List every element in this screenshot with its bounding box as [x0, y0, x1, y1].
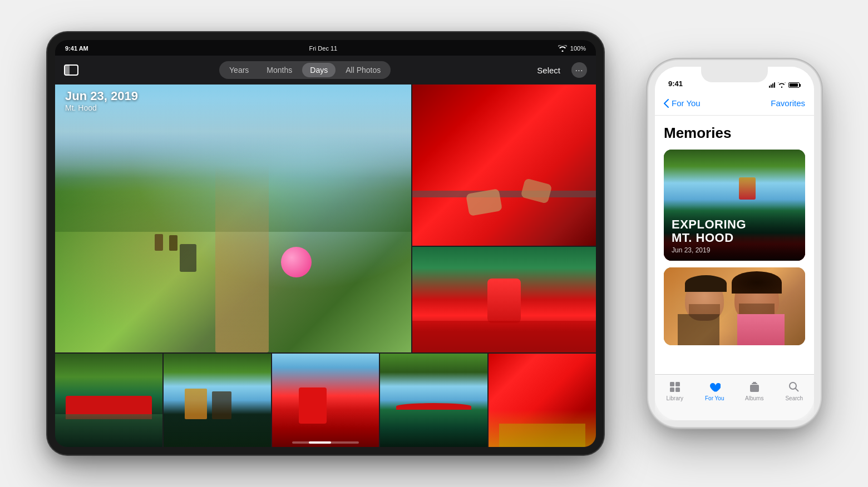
tab-library[interactable]: Library	[658, 380, 692, 401]
iphone-wifi-icon	[778, 82, 786, 88]
back-button[interactable]: For You	[664, 98, 701, 108]
photo-nature-trail[interactable]	[55, 85, 411, 352]
ipad-status-bar: 9:41 AM Fri Dec 11 100%	[55, 40, 596, 56]
memory-card-1[interactable]: EXPLORINGMT. HOOD Jun 23, 2019	[664, 150, 805, 261]
tab-search[interactable]: Search	[777, 380, 811, 401]
tab-for-you[interactable]: For You	[698, 380, 731, 401]
iphone-device: 9:41	[648, 60, 821, 427]
bottom-photo-5[interactable]	[489, 354, 596, 447]
ipad-time: 9:41 AM	[65, 45, 88, 52]
tab-albums-label: Albums	[745, 395, 763, 401]
ipad-photo-grid	[55, 85, 596, 447]
svg-line-8	[796, 389, 799, 392]
tab-for-you-label: For You	[705, 395, 724, 401]
ipad-device: 9:41 AM Fri Dec 11 100%	[47, 32, 604, 455]
iphone-nav-bar: For You Favorites	[655, 91, 814, 116]
iphone-notch	[701, 67, 768, 82]
tab-library-label: Library	[666, 395, 683, 401]
photo-red-hands[interactable]	[412, 85, 596, 246]
iphone-section-title: Memories	[664, 125, 805, 142]
nav-pill-months[interactable]: Months	[259, 63, 300, 77]
more-button[interactable]: ···	[571, 62, 587, 78]
ipad-status-right: 100%	[558, 45, 586, 52]
signal-icon	[769, 82, 775, 88]
bottom-photo-2[interactable]	[164, 354, 271, 447]
bottom-photo-3[interactable]	[272, 354, 379, 447]
select-button[interactable]: Select	[531, 63, 566, 77]
iphone-content: Memories EXPLORINGMT. HOOD	[655, 116, 814, 374]
nav-pill-days[interactable]: Days	[302, 63, 336, 77]
iphone-status-icons	[769, 82, 801, 88]
svg-point-7	[790, 382, 796, 389]
favorites-button[interactable]: Favorites	[771, 98, 805, 108]
ipad-date-sub: Mt. Hood	[65, 103, 138, 112]
svg-rect-3	[675, 387, 680, 392]
ipad-screen: 9:41 AM Fri Dec 11 100%	[55, 40, 596, 447]
iphone-battery-icon	[788, 82, 801, 88]
memory-card-people	[664, 267, 805, 345]
svg-rect-2	[670, 387, 674, 392]
tab-albums[interactable]: Albums	[738, 380, 771, 401]
ipad-date: Fri Dec 11	[88, 45, 558, 52]
ipad-toolbar-right: Select ···	[531, 62, 587, 78]
photo-red-rowing[interactable]	[412, 247, 596, 352]
scroll-indicator	[292, 441, 359, 444]
scene: 9:41 AM Fri Dec 11 100%	[0, 0, 868, 487]
memory-title: EXPLORINGMT. HOOD	[672, 218, 797, 245]
iphone-tab-bar: Library For You	[655, 374, 814, 420]
iphone-frame: 9:41	[648, 60, 821, 427]
back-label: For You	[672, 98, 701, 108]
svg-rect-6	[753, 382, 756, 383]
ipad-nav-pills: Years Months Days All Photos	[219, 61, 391, 79]
memory-card-2[interactable]	[664, 267, 805, 345]
iphone-time: 9:41	[668, 79, 683, 88]
search-icon	[787, 380, 801, 394]
nav-pill-years[interactable]: Years	[221, 63, 257, 77]
sidebar-toggle-icon[interactable]	[64, 64, 78, 76]
bottom-photo-1[interactable]	[55, 354, 162, 447]
svg-rect-1	[675, 382, 680, 386]
back-chevron-icon	[664, 99, 669, 108]
svg-rect-4	[750, 385, 759, 392]
nav-pill-allphotos[interactable]: All Photos	[338, 63, 388, 77]
wifi-icon	[558, 45, 567, 52]
svg-rect-5	[752, 383, 757, 384]
ipad-toolbar-left	[64, 64, 78, 76]
ipad-frame: 9:41 AM Fri Dec 11 100%	[47, 32, 604, 455]
library-icon	[668, 380, 682, 394]
for-you-icon	[708, 380, 721, 394]
svg-rect-0	[670, 382, 674, 386]
bottom-photo-4[interactable]	[380, 354, 487, 447]
iphone-screen: 9:41	[655, 67, 814, 420]
photo-bottom-row	[55, 354, 596, 447]
ipad-date-overlay: Jun 23, 2019 Mt. Hood	[65, 89, 138, 112]
ipad-toolbar: Years Months Days All Photos Select ···	[55, 56, 596, 85]
memory-card-overlay: EXPLORINGMT. HOOD Jun 23, 2019	[664, 211, 805, 261]
albums-icon	[748, 380, 761, 394]
ipad-battery: 100%	[570, 45, 586, 52]
tab-search-label: Search	[785, 395, 803, 401]
memory-date: Jun 23, 2019	[672, 246, 797, 254]
ipad-date-main: Jun 23, 2019	[65, 89, 138, 103]
